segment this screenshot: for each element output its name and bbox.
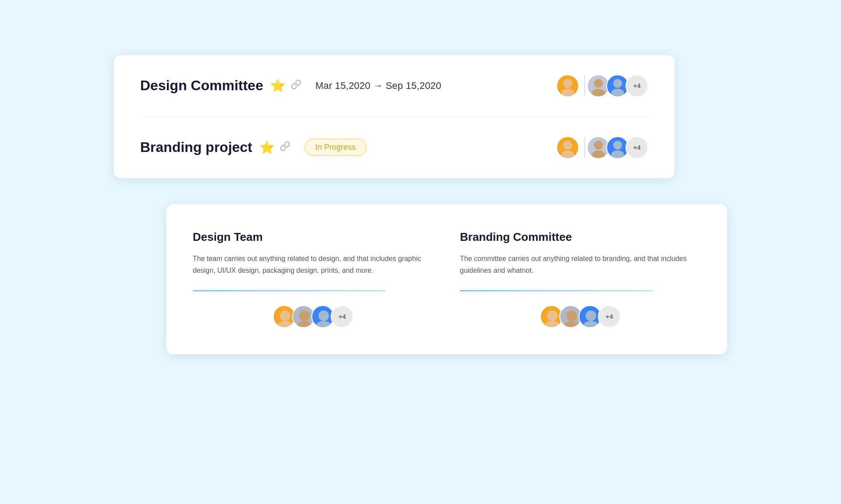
- branding-committee-description: The committee carries out anything relat…: [460, 253, 701, 276]
- svg-point-1: [561, 88, 574, 97]
- svg-point-25: [566, 310, 577, 321]
- dt-avatar-count: +4: [331, 305, 353, 328]
- svg-point-10: [613, 141, 622, 149]
- svg-point-2: [594, 79, 603, 88]
- svg-point-8: [594, 141, 603, 149]
- avatar-1: [556, 74, 579, 97]
- svg-point-5: [611, 88, 624, 97]
- branding-committee-title: Branding Committee: [460, 230, 701, 244]
- svg-point-13: [280, 310, 290, 321]
- design-team-title: Design Team: [193, 230, 434, 244]
- avatars-branding-project: +4: [556, 136, 648, 159]
- avatar-count-branding-project: +4: [625, 136, 648, 159]
- date-range-design-committee: Mar 15,2020 → Sep 15,2020: [315, 80, 442, 92]
- design-team-avatars: +4: [193, 305, 434, 328]
- svg-point-9: [592, 150, 605, 159]
- svg-point-19: [318, 310, 329, 321]
- star-icon-branding-project[interactable]: ⭐: [259, 140, 275, 155]
- svg-point-28: [586, 310, 596, 321]
- star-icon-design-committee[interactable]: ⭐: [270, 78, 286, 93]
- scene: Design Committee ⭐ Mar 15,2020 → Sep 15,…: [114, 55, 727, 449]
- project-title-design-committee: Design Committee: [140, 78, 263, 94]
- branding-committee-avatars: +4: [460, 305, 701, 328]
- in-progress-badge: In Progress: [304, 139, 367, 156]
- svg-point-7: [561, 150, 574, 159]
- avatars-design-committee: +4: [556, 74, 648, 97]
- design-team-description: The team carries out anything related to…: [193, 253, 434, 276]
- design-team-divider: [193, 290, 385, 291]
- avatar-divider-2: [584, 137, 585, 158]
- avatar-count-design-committee: +4: [625, 74, 648, 97]
- bc-avatar-count: +4: [598, 305, 621, 328]
- design-team-section: Design Team The team carries out anythin…: [193, 230, 434, 328]
- svg-point-16: [299, 310, 310, 321]
- avatar-divider: [584, 75, 585, 96]
- project-title-branding-project: Branding project: [140, 139, 252, 155]
- link-icon-branding-project[interactable]: [280, 141, 290, 154]
- avatar-4: [556, 136, 579, 159]
- bottom-card: Design Team The team carries out anythin…: [166, 204, 727, 354]
- svg-point-22: [547, 310, 558, 321]
- svg-point-6: [563, 141, 572, 149]
- svg-point-0: [563, 79, 572, 88]
- top-card: Design Committee ⭐ Mar 15,2020 → Sep 15,…: [114, 55, 675, 178]
- project-row-branding-project: Branding project ⭐ In Progress: [140, 117, 648, 178]
- branding-committee-section: Branding Committee The committee carries…: [460, 230, 701, 328]
- svg-point-4: [613, 79, 622, 88]
- link-icon-design-committee[interactable]: [291, 79, 301, 92]
- project-row-design-committee: Design Committee ⭐ Mar 15,2020 → Sep 15,…: [140, 55, 648, 117]
- svg-point-11: [611, 150, 624, 159]
- branding-committee-divider: [460, 290, 653, 291]
- svg-point-3: [592, 88, 605, 97]
- bottom-card-inner: Design Team The team carries out anythin…: [193, 230, 701, 328]
